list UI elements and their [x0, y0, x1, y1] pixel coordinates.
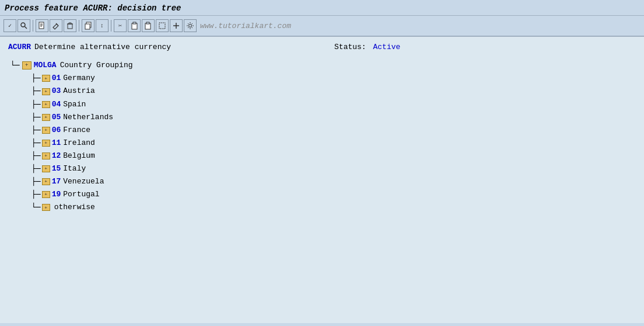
- toolbar-separator-3: [111, 20, 111, 32]
- tree-container: └─ MOLGA Country Grouping ├─ 01 Germany …: [10, 58, 636, 214]
- name-03: Austria: [63, 85, 95, 98]
- connector-17: ├─: [32, 175, 41, 188]
- delete-button[interactable]: [64, 19, 76, 32]
- code-15: 15: [52, 162, 61, 175]
- folder-icon-05: [42, 114, 50, 121]
- edit-button[interactable]: [50, 19, 62, 32]
- name-05: Netherlands: [63, 111, 113, 124]
- molga-node[interactable]: └─ MOLGA Country Grouping: [10, 58, 636, 72]
- code-17: 17: [52, 175, 61, 188]
- svg-rect-13: [85, 24, 90, 29]
- svg-point-0: [21, 23, 25, 27]
- name-11: Ireland: [63, 137, 95, 150]
- folder-icon-04: [42, 101, 50, 108]
- name-01: Germany: [63, 72, 95, 85]
- copy-button[interactable]: [82, 19, 94, 32]
- child-nodes: ├─ 01 Germany ├─ 03 Austria ├─ 04 Spain …: [32, 72, 636, 214]
- svg-rect-7: [68, 24, 72, 29]
- code-05: 05: [52, 111, 61, 124]
- connector-04: ├─: [32, 98, 41, 111]
- child-19[interactable]: ├─ 19 Portugal: [32, 188, 636, 201]
- folder-icon-01: [42, 75, 50, 82]
- child-11[interactable]: ├─ 11 Ireland: [32, 137, 636, 150]
- name-15: Italy: [63, 162, 86, 175]
- svg-point-21: [189, 25, 192, 27]
- paste2-button[interactable]: [142, 19, 155, 32]
- child-17[interactable]: ├─ 17 Venezuela: [32, 175, 636, 188]
- toolbar-separator-1: [33, 20, 33, 32]
- molga-code: MOLGA: [34, 58, 57, 72]
- watermark-text: www.tutorialkart.com: [200, 22, 291, 30]
- toolbar: ✓ ↕ ✂ www.tutorialkart.com: [0, 16, 644, 37]
- connector-05: ├─: [32, 111, 41, 124]
- folder-icon-03: [42, 88, 50, 95]
- connector-11: ├─: [32, 137, 41, 150]
- connector-otherwise: └─: [32, 201, 41, 214]
- check-button[interactable]: ✓: [4, 19, 16, 32]
- connector-12: ├─: [32, 150, 41, 162]
- cut-button[interactable]: ✂: [114, 19, 127, 32]
- svg-line-1: [25, 27, 27, 29]
- select-button[interactable]: [156, 19, 169, 32]
- connector-19: ├─: [32, 188, 41, 201]
- status-line: ACURR Determine alternative currency Sta…: [8, 43, 636, 51]
- code-11: 11: [52, 137, 61, 150]
- child-12[interactable]: ├─ 12 Belgium: [32, 150, 636, 162]
- folder-icon-15: [42, 165, 50, 172]
- title-bar: Process feature ACURR: decision tree: [0, 0, 644, 16]
- acurr-description: Determine alternative currency: [34, 43, 171, 51]
- connector-15: ├─: [32, 162, 41, 175]
- expand-button[interactable]: [170, 19, 183, 32]
- status-prefix: Status:: [334, 43, 366, 51]
- svg-rect-15: [133, 22, 136, 24]
- page-title: Process feature ACURR: decision tree: [5, 4, 181, 13]
- child-01[interactable]: ├─ 01 Germany: [32, 72, 636, 85]
- connector-03: ├─: [32, 85, 41, 98]
- name-12: Belgium: [63, 150, 95, 162]
- find-button[interactable]: [18, 19, 30, 32]
- name-06: France: [63, 124, 90, 137]
- content-area: ACURR Determine alternative currency Sta…: [0, 37, 644, 323]
- connector-01: ├─: [32, 72, 41, 85]
- settings-button[interactable]: [184, 19, 197, 32]
- child-15[interactable]: ├─ 15 Italy: [32, 162, 636, 175]
- folder-icon-11: [42, 140, 50, 147]
- name-17: Venezuela: [63, 175, 104, 188]
- code-06: 06: [52, 124, 61, 137]
- status-label-text: Status: Active: [334, 43, 400, 51]
- paste1-button[interactable]: [128, 19, 141, 32]
- code-19: 19: [52, 188, 61, 201]
- folder-icon-19: [42, 191, 50, 198]
- root-connector: └─: [10, 58, 20, 72]
- code-03: 03: [52, 85, 61, 98]
- code-01: 01: [52, 72, 61, 85]
- child-04[interactable]: ├─ 04 Spain: [32, 98, 636, 111]
- child-otherwise[interactable]: └─ otherwise: [32, 201, 636, 214]
- code-12: 12: [52, 150, 61, 162]
- code-04: 04: [52, 98, 61, 111]
- status-value: Active: [373, 43, 400, 51]
- child-05[interactable]: ├─ 05 Netherlands: [32, 111, 636, 124]
- connector-06: ├─: [32, 124, 41, 137]
- toolbar-separator-2: [79, 20, 79, 32]
- folder-icon-06: [42, 127, 50, 134]
- acurr-code: ACURR: [8, 43, 31, 51]
- name-19: Portugal: [63, 188, 99, 201]
- folder-icon-otherwise: [42, 204, 50, 211]
- child-03[interactable]: ├─ 03 Austria: [32, 85, 636, 98]
- child-06[interactable]: ├─ 06 France: [32, 124, 636, 137]
- move-button[interactable]: ↕: [96, 19, 108, 32]
- svg-rect-17: [146, 22, 149, 24]
- svg-rect-18: [159, 23, 165, 29]
- folder-icon-12: [42, 152, 50, 159]
- folder-icon-17: [42, 178, 50, 185]
- new-button[interactable]: [36, 19, 48, 32]
- molga-folder-icon: [22, 61, 32, 70]
- name-04: Spain: [63, 98, 86, 111]
- molga-desc: Country Grouping: [60, 58, 133, 72]
- name-otherwise: otherwise: [54, 201, 95, 214]
